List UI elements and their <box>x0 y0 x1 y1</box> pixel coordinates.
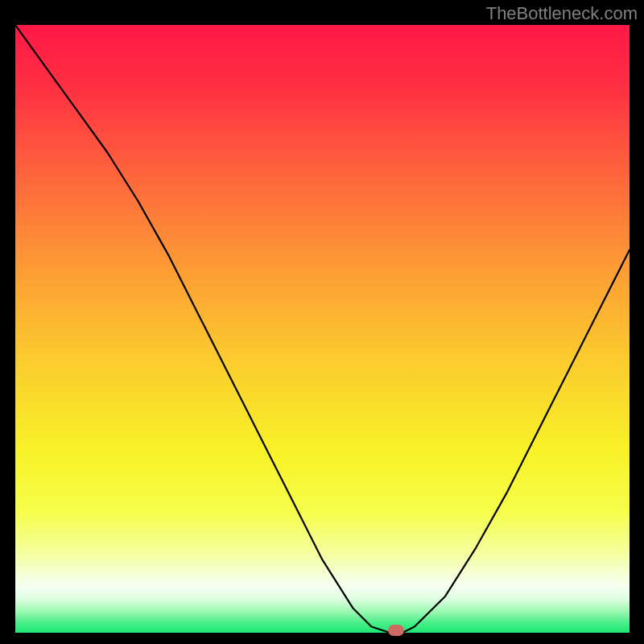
gradient-background <box>15 25 630 633</box>
plot-area <box>15 25 630 633</box>
attribution-text: TheBottleneck.com <box>486 3 638 24</box>
optimum-marker <box>388 625 404 636</box>
chart-svg <box>15 25 630 633</box>
chart-frame: TheBottleneck.com <box>0 0 644 644</box>
